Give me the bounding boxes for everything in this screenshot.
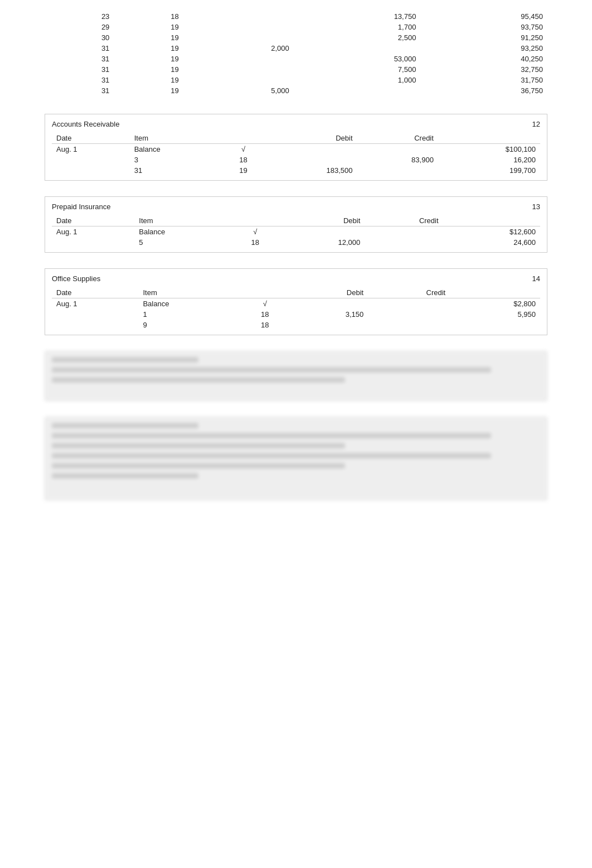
table-row: 231813,75095,450 [45,11,547,22]
account-header: Prepaid Insurance13 [52,202,540,211]
table-row: 311953,00040,250 [45,54,547,64]
account-block: Accounts Receivable12DateItemDebitCredit… [45,114,547,181]
table-row: 31192,00093,250 [45,43,547,54]
table-header-row: DateItemDebitCredit [52,287,540,298]
account-data-table: DateItemDebitCreditAug. 1Balance√$100,10… [52,133,540,176]
table-row: 918 [52,320,540,330]
top-data-table: 231813,75095,45029191,70093,75030192,500… [45,11,547,96]
account-title: Office Supplies [52,274,100,283]
top-continuing-section: 231813,75095,45029191,70093,75030192,500… [45,11,547,96]
table-row: 29191,70093,750 [45,22,547,32]
account-number: 13 [532,202,540,211]
table-header-row: DateItemDebitCredit [52,133,540,144]
account-title: Prepaid Insurance [52,202,111,211]
table-row: 51812,00024,600 [52,237,540,248]
account-header: Office Supplies14 [52,274,540,283]
blurred-section-2 [45,417,547,500]
table-row: 31191,00031,750 [45,75,547,85]
account-data-table: DateItemDebitCreditAug. 1Balance√$2,8001… [52,287,540,330]
table-row: Aug. 1Balance√$2,800 [52,298,540,310]
account-data-table: DateItemDebitCreditAug. 1Balance√$12,600… [52,215,540,248]
table-row: 31883,90016,200 [52,155,540,165]
table-row: Aug. 1Balance√$12,600 [52,226,540,238]
table-header-row: DateItemDebitCredit [52,215,540,226]
account-header: Accounts Receivable12 [52,120,540,128]
account-title: Accounts Receivable [52,120,119,128]
table-row: Aug. 1Balance√$100,100 [52,144,540,155]
account-number: 12 [532,120,540,128]
account-number: 14 [532,274,540,283]
table-row: 30192,50091,250 [45,32,547,43]
table-row: 31195,00036,750 [45,85,547,96]
account-block: Prepaid Insurance13DateItemDebitCreditAu… [45,196,547,253]
account-block: Office Supplies14DateItemDebitCreditAug.… [45,268,547,335]
table-row: 1183,1505,950 [52,309,540,320]
table-row: 31197,50032,750 [45,64,547,75]
table-row: 3119183,500199,700 [52,165,540,176]
blurred-section-1 [45,351,547,401]
